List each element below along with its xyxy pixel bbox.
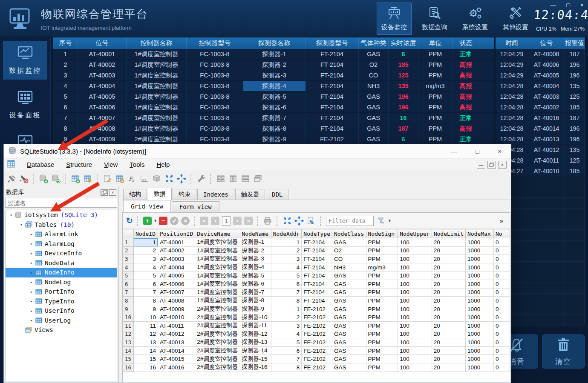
grid-cell[interactable]: 20 [432, 238, 465, 247]
arrange-windows-icon[interactable] [176, 174, 187, 184]
alarm-row[interactable]: 12:04:29AT-40008187 [496, 49, 585, 60]
grid-cell[interactable]: AT-40016 [158, 363, 195, 372]
edit-database-icon[interactable] [51, 174, 61, 184]
grid-cell[interactable]: 20 [432, 255, 465, 263]
table-row[interactable]: 4AT-400041#调度室控制器FC-1003-8探测器-4FT-2104NH… [53, 81, 494, 91]
grid-cell[interactable]: 10 [134, 313, 158, 322]
tree-node-table-portinfo[interactable]: ▸PortInfo [6, 287, 117, 297]
alarm-row[interactable]: 12:04:28AT-40004135 [496, 81, 585, 91]
tab-结构[interactable]: 结构 [123, 189, 147, 200]
grid-cell[interactable]: 16 [134, 363, 158, 372]
grid-cell[interactable]: 7 [134, 288, 158, 297]
close-icon[interactable]: × [498, 148, 502, 155]
tree-node-table-deviceinfo[interactable]: ▸DeviceInfo [6, 249, 117, 258]
grid-cell[interactable]: 1000 [466, 305, 494, 313]
grid-cell[interactable]: 6 [271, 280, 302, 288]
grid-cell[interactable]: 探测器-2 [240, 246, 271, 255]
grid-cell[interactable]: O2 [332, 246, 366, 255]
grid-cell[interactable]: AT-40010 [158, 313, 195, 322]
grid-cell[interactable]: PPM [366, 346, 398, 355]
tab-约束[interactable]: 约束 [173, 189, 196, 200]
tree-node-views[interactable]: Views [6, 325, 117, 335]
grid-cell[interactable]: FT-2104 [302, 255, 332, 263]
grid-cell[interactable]: FE-2102 [302, 305, 332, 313]
grid-cell[interactable]: 0 [493, 338, 510, 347]
grid-cell[interactable]: 探测器-3 [240, 255, 271, 263]
grid-column-nodeupper[interactable]: NodeUpper [398, 229, 432, 238]
grid-cell[interactable]: 1#调度室控制器 [195, 297, 240, 305]
grid-cell[interactable]: 100 [398, 330, 432, 338]
expand-arrow-icon[interactable]: ▸ [29, 280, 35, 284]
grid-cell[interactable]: 100 [398, 355, 432, 363]
grid-cell[interactable]: 1000 [466, 355, 494, 363]
grid-cell[interactable]: 1 [271, 238, 302, 247]
grid-cell[interactable]: 0 [493, 321, 510, 330]
commit-icon[interactable]: ✓ [170, 217, 179, 225]
tab-DDL[interactable]: DDL [266, 189, 288, 200]
expand-arrow-icon[interactable]: ▸ [29, 318, 35, 323]
mdi-grid-icon[interactable] [216, 174, 226, 184]
grid-cell[interactable]: FE-2102 [302, 346, 332, 355]
grid-cell[interactable]: 2 [271, 246, 302, 255]
grid-cell[interactable]: 1000 [466, 313, 494, 322]
add-row-dropdown-icon[interactable]: ▾ [154, 218, 157, 223]
grid-cell[interactable]: PPM [366, 280, 398, 288]
grid-cell[interactable]: GAS [332, 288, 366, 297]
tree-node-table-typeinfo[interactable]: ▸TypeInfo [6, 297, 117, 306]
grid-cell[interactable]: 2#调度室控制器 [195, 355, 240, 363]
grid-column-nodeclass[interactable]: NodeClass [332, 229, 366, 238]
add-row-icon[interactable]: + [143, 217, 152, 225]
grid-cell[interactable]: GAS [332, 330, 366, 338]
grid-cell[interactable]: 100 [398, 313, 432, 322]
first-row-icon[interactable]: « [200, 217, 208, 225]
sidebar-item-data-monitor[interactable]: 数据监控 [3, 41, 47, 80]
table-row[interactable]: 3AT-400031#调度室控制器FC-1003-8探测器-3FT-2104CO… [53, 70, 494, 81]
tab-Indexes[interactable]: Indexes [197, 189, 234, 200]
grid-column-no[interactable]: No [493, 229, 510, 238]
grid-cell[interactable]: 5 [134, 272, 158, 280]
nav-button-data-query[interactable]: 数据查询 [417, 3, 452, 35]
menu-structure[interactable]: Structure [66, 161, 92, 168]
grid-cell[interactable]: FT-2104 [302, 272, 332, 280]
grid-cell[interactable]: 20 [432, 338, 465, 347]
grid-cell[interactable]: AT-40014 [158, 346, 195, 355]
grid-cell[interactable]: PPM [366, 246, 398, 255]
grid-cell[interactable]: 2#调度室控制器 [195, 305, 240, 313]
grid-cell[interactable]: 1 [271, 305, 302, 313]
grid-cell[interactable]: AT-40008 [158, 297, 195, 305]
grid-cell[interactable]: 1#调度室控制器 [195, 263, 240, 272]
table-row[interactable]: 5AT-400051#调度室控制器FC-1003-8探测器-5FT-2104GA… [53, 91, 494, 102]
connect-icon[interactable] [6, 174, 17, 184]
row-number[interactable]: 11 [123, 321, 134, 330]
tree-node-database[interactable]: ▾iotsystem(SQLite 3) [6, 210, 117, 220]
grid-cell[interactable]: 20 [432, 313, 465, 322]
row-number[interactable]: 5 [123, 272, 134, 280]
grid-cell[interactable]: 探测器-1 [240, 238, 271, 247]
grid-cell[interactable]: 3 [134, 255, 158, 263]
grid-cell[interactable]: 20 [432, 305, 465, 313]
grid-cell[interactable]: 15 [134, 355, 158, 363]
tab-form-view[interactable]: Form view [172, 201, 219, 212]
mdi-restore-icon[interactable] [487, 161, 496, 169]
filter-funnel-icon[interactable]: T [376, 216, 386, 226]
minimize-icon[interactable]: — [451, 148, 457, 155]
grid-cell[interactable]: 探测器-15 [240, 355, 271, 363]
grid-cell[interactable]: 0 [493, 246, 510, 255]
alarm-row[interactable]: 12:04:28AT-40002185 [496, 102, 585, 113]
grid-cell[interactable]: 0 [493, 363, 510, 372]
grid-cell[interactable]: PPM [366, 305, 398, 313]
grid-cell[interactable]: 0 [493, 272, 510, 280]
grid-cell[interactable]: PPM [366, 363, 398, 372]
tree-node-table-alarmlink[interactable]: ▸AlarmLink [6, 229, 117, 239]
tree-node-tables[interactable]: ▾Tables(10) [6, 220, 117, 230]
row-number[interactable]: 6 [123, 280, 134, 288]
grid-cell[interactable]: 2#调度室控制器 [195, 321, 240, 330]
tree-node-table-nodeinfo[interactable]: ▸NodeInfo [6, 268, 117, 277]
expand-arrow-icon[interactable]: ▾ [18, 222, 24, 227]
import-data-icon[interactable] [115, 174, 125, 184]
table-row[interactable]: 6AT-400061#调度室控制器FC-1003-8探测器-6FT-2104GA… [53, 102, 494, 113]
grid-cell[interactable]: 8 [271, 363, 302, 372]
new-table-icon[interactable] [70, 174, 81, 184]
grid-cell[interactable]: 1000 [466, 255, 494, 263]
grid-cell[interactable]: 0 [493, 305, 510, 313]
